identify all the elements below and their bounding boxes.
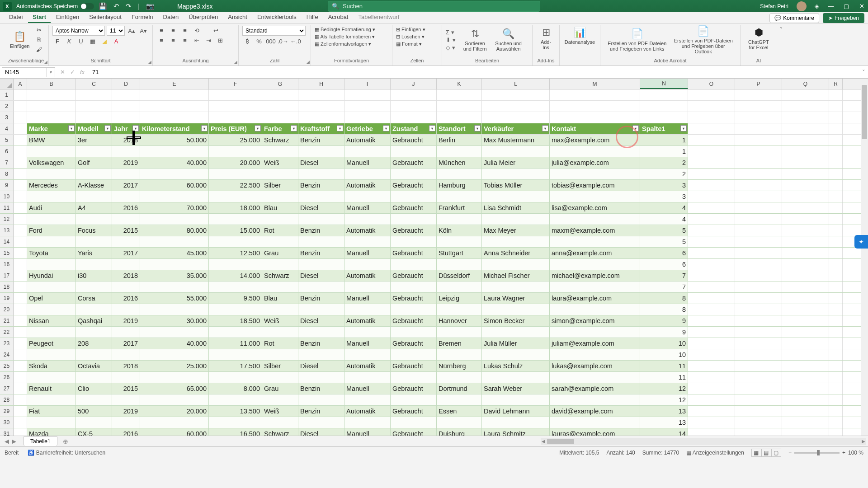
cell[interactable]: [688, 236, 735, 247]
currency-icon[interactable]: ₿: [242, 37, 252, 46]
table-cell[interactable]: [550, 282, 640, 292]
table-cell[interactable]: 55.000: [140, 293, 209, 304]
row-header[interactable]: 10: [0, 191, 14, 202]
table-cell[interactable]: Automatik: [344, 270, 391, 281]
cell[interactable]: [640, 89, 688, 100]
table-cell[interactable]: [344, 349, 391, 360]
table-cell[interactable]: Benzin: [298, 338, 344, 349]
table-cell[interactable]: [140, 327, 209, 338]
table-cell[interactable]: [76, 282, 112, 292]
table-cell[interactable]: [140, 214, 209, 225]
select-all-button[interactable]: [0, 79, 14, 89]
cell[interactable]: [640, 101, 688, 112]
table-cell[interactable]: [76, 327, 112, 338]
row-header[interactable]: 17: [0, 270, 14, 281]
table-cell[interactable]: Schwarz: [262, 135, 298, 145]
table-cell[interactable]: A4: [76, 202, 112, 213]
format-painter-icon[interactable]: 🖌: [34, 45, 44, 54]
table-cell[interactable]: [391, 169, 437, 179]
table-cell[interactable]: 40.000: [140, 338, 209, 349]
row-header[interactable]: 16: [0, 259, 14, 270]
cell[interactable]: [735, 225, 782, 236]
table-cell[interactable]: [550, 372, 640, 383]
table-cell[interactable]: 2018: [112, 361, 140, 371]
table-cell[interactable]: [140, 169, 209, 179]
table-cell[interactable]: [76, 191, 112, 202]
table-cell[interactable]: 80.000: [140, 225, 209, 236]
table-cell[interactable]: laura@example.com: [550, 293, 640, 304]
col-header-D[interactable]: D: [112, 79, 140, 89]
display-settings[interactable]: ▦ Anzeigeeinstellungen: [686, 450, 744, 456]
tab-start[interactable]: Start: [28, 12, 51, 23]
cell[interactable]: [782, 112, 829, 123]
table-cell[interactable]: 5: [640, 236, 688, 247]
cell[interactable]: [688, 315, 735, 326]
row-header[interactable]: 2: [0, 101, 14, 112]
table-cell[interactable]: A-Klasse: [76, 180, 112, 191]
table-cell[interactable]: [27, 304, 76, 315]
user-name[interactable]: Stefan Petri: [760, 3, 788, 9]
row-header[interactable]: 11: [0, 202, 14, 213]
cell[interactable]: [735, 372, 782, 383]
font-name-select[interactable]: Aptos Narrow: [52, 26, 105, 36]
row-header[interactable]: 1: [0, 89, 14, 100]
cell[interactable]: [14, 248, 27, 258]
table-cell[interactable]: [112, 191, 140, 202]
cell[interactable]: [262, 101, 298, 112]
cell[interactable]: [688, 89, 735, 100]
table-cell[interactable]: Blau: [262, 202, 298, 213]
cell[interactable]: [735, 248, 782, 258]
row-header[interactable]: 12: [0, 214, 14, 225]
cell[interactable]: [735, 146, 782, 157]
table-cell[interactable]: [482, 259, 550, 270]
expand-formula-bar-icon[interactable]: ˅: [859, 69, 868, 75]
table-cell[interactable]: [298, 214, 344, 225]
table-cell[interactable]: Nissan: [27, 315, 76, 326]
table-cell[interactable]: Skoda: [27, 361, 76, 371]
table-cell[interactable]: Manuell: [344, 428, 391, 436]
table-cell[interactable]: [262, 394, 298, 405]
table-cell[interactable]: [391, 282, 437, 292]
cell[interactable]: [735, 169, 782, 179]
table-cell[interactable]: 1: [640, 135, 688, 145]
tab-datei[interactable]: Datei: [5, 12, 27, 23]
cell[interactable]: [391, 89, 437, 100]
increase-decimal-icon[interactable]: .0→: [278, 37, 288, 46]
table-cell[interactable]: [112, 146, 140, 157]
table-cell[interactable]: 13.500: [209, 406, 262, 417]
table-cell[interactable]: Gebraucht: [391, 338, 437, 349]
table-cell[interactable]: 60.000: [140, 180, 209, 191]
table-cell[interactable]: 3: [640, 191, 688, 202]
table-cell[interactable]: [27, 191, 76, 202]
row-header[interactable]: 23: [0, 338, 14, 349]
cell[interactable]: [782, 101, 829, 112]
table-cell[interactable]: Automatik: [344, 406, 391, 417]
table-cell[interactable]: Blau: [262, 293, 298, 304]
chatgpt-button[interactable]: ⬢ChatGPT for Excel: [744, 26, 773, 51]
table-cell[interactable]: 14.000: [209, 270, 262, 281]
table-cell[interactable]: Golf: [76, 157, 112, 168]
cell[interactable]: [14, 202, 27, 213]
cell[interactable]: [782, 236, 829, 247]
table-cell[interactable]: 2017: [112, 180, 140, 191]
cell[interactable]: [14, 349, 27, 360]
table-cell[interactable]: [262, 191, 298, 202]
table-cell[interactable]: [437, 259, 482, 270]
cell[interactable]: [782, 406, 829, 417]
dialog-launcher-icon[interactable]: ◢: [44, 60, 47, 64]
cell[interactable]: [829, 112, 843, 123]
table-cell[interactable]: [209, 146, 262, 157]
cell[interactable]: [782, 123, 829, 134]
table-cell[interactable]: [550, 191, 640, 202]
table-cell[interactable]: [76, 372, 112, 383]
table-cell[interactable]: Diesel: [298, 361, 344, 371]
table-cell[interactable]: Grau: [262, 248, 298, 258]
italic-icon[interactable]: K: [64, 37, 74, 46]
table-cell[interactable]: [482, 191, 550, 202]
table-cell[interactable]: Gebraucht: [391, 270, 437, 281]
row-header[interactable]: 14: [0, 236, 14, 247]
filter-dropdown-icon[interactable]: ▾: [429, 125, 435, 131]
table-cell[interactable]: lauras@example.com: [550, 428, 640, 436]
table-cell[interactable]: [344, 394, 391, 405]
table-cell[interactable]: Silber: [262, 361, 298, 371]
